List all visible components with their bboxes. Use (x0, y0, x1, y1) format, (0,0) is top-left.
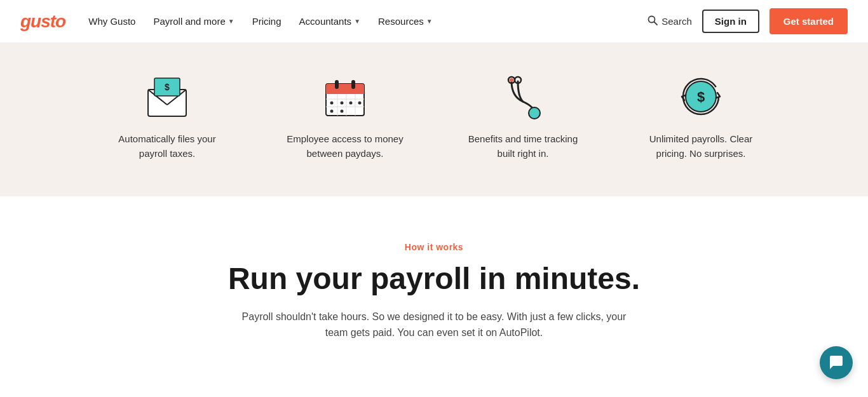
svg-text:$: $ (697, 89, 705, 105)
signin-button[interactable]: Sign in (702, 10, 759, 33)
svg-point-26 (510, 78, 513, 82)
feature-benefits: Benefits and time tracking built right i… (459, 74, 587, 161)
svg-rect-9 (326, 89, 364, 94)
feature-early-pay: Employee access to money between paydays… (281, 74, 409, 161)
search-button[interactable]: Search (648, 15, 692, 27)
get-started-button[interactable]: Get started (770, 8, 848, 34)
nav-links: Why Gusto Payroll and more ▼ Pricing Acc… (88, 16, 648, 27)
svg-point-20 (358, 102, 362, 105)
feature-benefits-text: Benefits and time tracking built right i… (459, 132, 587, 161)
nav-payroll[interactable]: Payroll and more ▼ (153, 16, 234, 27)
chevron-down-icon: ▼ (426, 18, 433, 25)
svg-point-19 (349, 102, 353, 105)
nav-pricing[interactable]: Pricing (252, 16, 281, 27)
nav-actions: Search Sign in Get started (648, 8, 848, 34)
svg-line-1 (654, 22, 658, 25)
search-icon (648, 15, 658, 27)
svg-text:$: $ (165, 82, 170, 92)
how-it-works-subtext: Payroll shouldn't take hours. So we desi… (231, 309, 637, 341)
navbar: gusto Why Gusto Payroll and more ▼ Prici… (0, 0, 868, 43)
stethoscope-icon (500, 74, 546, 119)
feature-payroll-taxes: $ Automatically files your payroll taxes… (104, 74, 231, 161)
feature-unlimited-payrolls-text: Unlimited payrolls. Clear pricing. No su… (637, 132, 764, 161)
how-it-works-label: How it works (20, 242, 848, 252)
how-it-works-section: How it works Run your payroll in minutes… (0, 196, 868, 372)
how-it-works-heading: Run your payroll in minutes. (20, 262, 848, 296)
logo[interactable]: gusto (20, 11, 65, 32)
svg-point-17 (330, 102, 334, 105)
features-section: $ Automatically files your payroll taxes… (0, 43, 868, 196)
svg-point-21 (330, 110, 334, 113)
svg-point-18 (341, 102, 344, 105)
svg-point-22 (341, 110, 344, 113)
chevron-down-icon: ▼ (354, 18, 360, 25)
svg-rect-11 (351, 80, 355, 89)
svg-rect-10 (335, 80, 339, 89)
chevron-down-icon: ▼ (228, 18, 234, 25)
feature-unlimited-payrolls: $ Unlimited payrolls. Clear pricing. No … (637, 74, 764, 161)
features-grid: $ Automatically files your payroll taxes… (85, 74, 783, 161)
envelope-money-icon: $ (144, 74, 190, 119)
feature-early-pay-text: Employee access to money between paydays… (281, 132, 409, 161)
calendar-icon (322, 74, 368, 119)
svg-point-25 (529, 107, 540, 119)
nav-accountants[interactable]: Accountants ▼ (299, 16, 360, 27)
money-circle-icon: $ (678, 74, 724, 119)
nav-resources[interactable]: Resources ▼ (378, 16, 433, 27)
nav-why-gusto[interactable]: Why Gusto (88, 16, 135, 27)
feature-payroll-taxes-text: Automatically files your payroll taxes. (104, 132, 231, 161)
